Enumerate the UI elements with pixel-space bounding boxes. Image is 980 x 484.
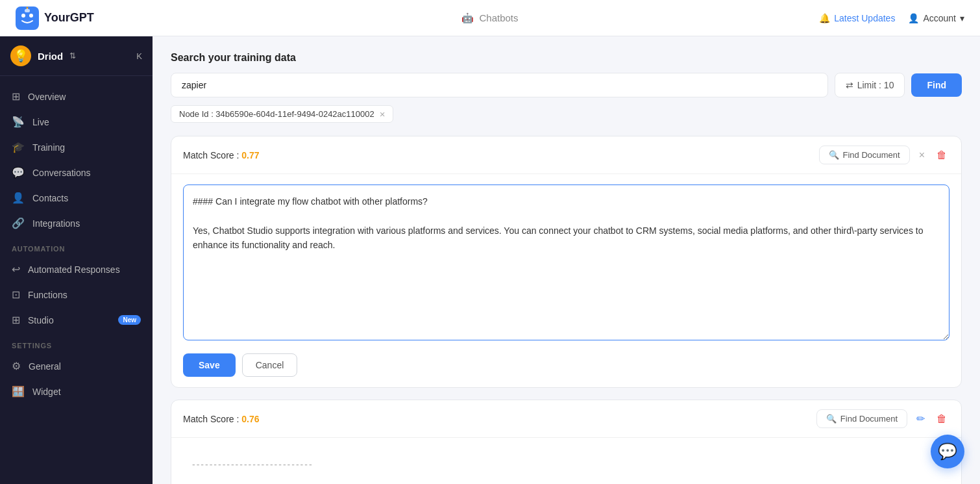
sidebar-item-conversations[interactable]: 💬 Conversations xyxy=(0,160,153,185)
main-layout: 💡 Driod ⇅ K ⊞ Overview 📡 Live 🎓 Training xyxy=(0,36,980,484)
save-button-1[interactable]: Save xyxy=(183,353,236,377)
account-icon: 👤 xyxy=(908,13,919,23)
match-score-2-value: 0.76 xyxy=(241,414,259,424)
overview-icon: ⊞ xyxy=(12,90,20,103)
delete-card-2-button[interactable]: 🗑 xyxy=(934,411,949,427)
sidebar-collapse[interactable]: K xyxy=(136,51,142,61)
sidebar-item-label: Widget xyxy=(32,387,61,397)
search-icon: 🔍 xyxy=(826,414,837,424)
sidebar-item-contacts[interactable]: 👤 Contacts xyxy=(0,185,153,210)
sidebar-item-label: Training xyxy=(32,142,65,153)
sidebar-item-label: General xyxy=(29,361,61,372)
match-score-1-value: 0.77 xyxy=(241,150,259,160)
bot-emoji: 💡 xyxy=(14,49,28,63)
node-tag-text: Node Id : 34b6590e-604d-11ef-9494-0242ac… xyxy=(179,109,374,119)
match-card-2-actions: 🔍 Find Document ✏ 🗑 xyxy=(816,409,949,428)
sidebar-item-label: Live xyxy=(32,117,49,127)
action-row-1: Save Cancel xyxy=(171,353,961,387)
tag-row: Node Id : 34b6590e-604d-11ef-9494-0242ac… xyxy=(171,105,962,123)
sidebar-item-label: Conversations xyxy=(32,168,91,178)
delete-card-1-button[interactable]: 🗑 xyxy=(934,147,949,163)
sidebar-item-general[interactable]: ⚙ General xyxy=(0,353,153,379)
latest-updates-button[interactable]: 🔔 Latest Updates xyxy=(819,13,895,23)
content-area: Search your training data ⇄ Limit : 10 F… xyxy=(153,36,980,484)
match-card-1: Match Score : 0.77 🔍 Find Document × 🗑 #… xyxy=(171,136,962,388)
match-card-2: Match Score : 0.76 🔍 Find Document ✏ 🗑 -… xyxy=(171,400,962,484)
functions-icon: ⊡ xyxy=(12,288,20,301)
sidebar-item-label: Contacts xyxy=(32,193,68,203)
match-score-1-label: Match Score : 0.77 xyxy=(183,150,260,160)
sidebar-item-label: Studio xyxy=(28,315,54,325)
limit-button[interactable]: ⇄ Limit : 10 xyxy=(835,73,905,97)
limit-label: Limit : 10 xyxy=(857,80,894,90)
conversations-icon: 💬 xyxy=(12,166,25,179)
sidebar-item-automated-responses[interactable]: ↩ Automated Responses xyxy=(0,257,153,282)
logo-icon xyxy=(16,6,39,30)
search-section: Search your training data ⇄ Limit : 10 F… xyxy=(171,52,962,123)
sidebar-header: 💡 Driod ⇅ K xyxy=(0,36,153,76)
find-button[interactable]: Find xyxy=(911,73,962,97)
bot-avatar: 💡 xyxy=(10,45,31,66)
close-card-1-button[interactable]: × xyxy=(916,147,927,163)
match-card-1-body: #### Can I integrate my flow chatbot wit… xyxy=(171,174,961,353)
chat-bubble-button[interactable]: 💬 xyxy=(931,435,964,468)
sidebar-item-studio[interactable]: ⊞ Studio New xyxy=(0,307,153,333)
chevron-down-icon: ▾ xyxy=(960,13,964,23)
sidebar-item-live[interactable]: 📡 Live xyxy=(0,109,153,134)
automated-responses-icon: ↩ xyxy=(12,263,20,275)
settings-section-label: Settings xyxy=(0,333,153,353)
sidebar-item-integrations[interactable]: 🔗 Integrations xyxy=(0,210,153,236)
bot-info[interactable]: 💡 Driod ⇅ xyxy=(10,45,76,66)
chat-bubble-icon: 💬 xyxy=(938,442,957,461)
cancel-button-1[interactable]: Cancel xyxy=(242,353,298,377)
chatbots-label: Chatbots xyxy=(479,12,518,23)
sidebar-nav: ⊞ Overview 📡 Live 🎓 Training 💬 Conversat… xyxy=(0,76,153,412)
edit-card-2-button[interactable]: ✏ xyxy=(914,411,927,427)
collapse-label: K xyxy=(136,51,142,61)
search-icon: 🔍 xyxy=(829,150,839,160)
limit-icon: ⇄ xyxy=(846,80,853,90)
topnav-center: 🤖 Chatbots xyxy=(461,12,518,24)
find-document-2-button[interactable]: 🔍 Find Document xyxy=(816,409,907,428)
tag-close-button[interactable]: × xyxy=(380,109,386,119)
bell-icon: 🔔 xyxy=(819,13,830,23)
match-card-1-actions: 🔍 Find Document × 🗑 xyxy=(819,146,950,164)
account-button[interactable]: 👤 Account ▾ xyxy=(908,13,964,23)
match-card-1-header: Match Score : 0.77 🔍 Find Document × 🗑 xyxy=(171,136,961,174)
studio-icon: ⊞ xyxy=(12,314,20,326)
new-badge: New xyxy=(118,315,141,325)
sidebar-item-widget[interactable]: 🪟 Widget xyxy=(0,379,153,404)
sidebar-item-label: Automated Responses xyxy=(28,264,120,275)
search-input[interactable] xyxy=(171,73,828,97)
search-row: ⇄ Limit : 10 Find xyxy=(171,73,962,97)
chevron-updown-icon: ⇅ xyxy=(69,51,76,60)
sidebar-item-functions[interactable]: ⊡ Functions xyxy=(0,282,153,307)
sidebar-item-label: Integrations xyxy=(32,218,80,229)
contacts-icon: 👤 xyxy=(12,192,25,204)
match-card-2-body: ---------------------------- xyxy=(171,438,961,484)
search-title: Search your training data xyxy=(171,52,962,64)
svg-point-2 xyxy=(29,14,33,18)
sidebar-item-label: Overview xyxy=(28,92,66,102)
latest-updates-label: Latest Updates xyxy=(834,13,895,23)
logo[interactable]: YourGPT xyxy=(16,6,94,30)
sidebar-item-training[interactable]: 🎓 Training xyxy=(0,134,153,160)
svg-point-5 xyxy=(27,6,29,8)
svg-point-1 xyxy=(21,14,25,18)
doc-textarea-1[interactable]: #### Can I integrate my flow chatbot wit… xyxy=(183,185,949,340)
widget-icon: 🪟 xyxy=(12,385,25,398)
match-card-2-header: Match Score : 0.76 🔍 Find Document ✏ 🗑 xyxy=(171,400,961,438)
chatbots-icon: 🤖 xyxy=(461,12,474,24)
find-document-1-button[interactable]: 🔍 Find Document xyxy=(819,146,910,164)
training-icon: 🎓 xyxy=(12,141,25,153)
live-icon: 📡 xyxy=(12,116,25,128)
node-tag: Node Id : 34b6590e-604d-11ef-9494-0242ac… xyxy=(171,105,393,123)
topnav: YourGPT 🤖 Chatbots 🔔 Latest Updates 👤 Ac… xyxy=(0,0,980,36)
topnav-right: 🔔 Latest Updates 👤 Account ▾ xyxy=(819,13,964,23)
sidebar-item-overview[interactable]: ⊞ Overview xyxy=(0,84,153,109)
match-score-2-label: Match Score : 0.76 xyxy=(183,414,260,424)
svg-rect-3 xyxy=(25,9,30,12)
find-document-1-label: Find Document xyxy=(843,150,900,160)
sidebar: 💡 Driod ⇅ K ⊞ Overview 📡 Live 🎓 Training xyxy=(0,36,153,484)
automation-section-label: Automation xyxy=(0,236,153,257)
